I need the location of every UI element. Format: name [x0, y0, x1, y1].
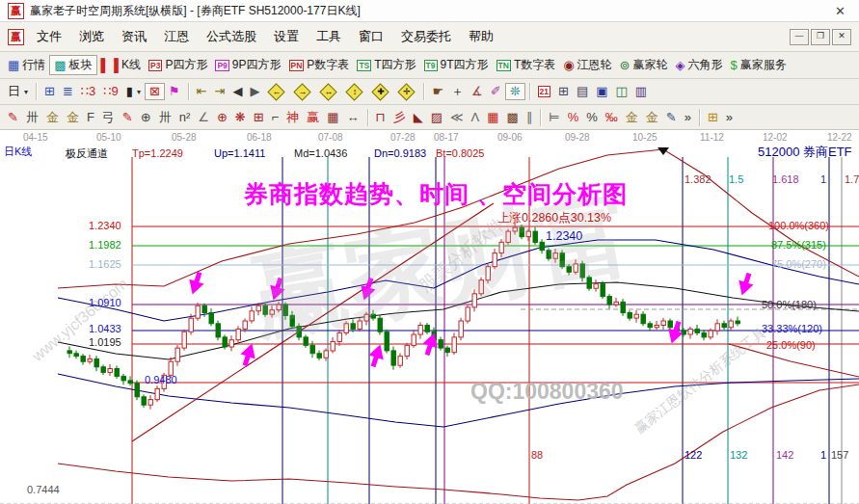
menu-item-交易委托[interactable]: 交易委托: [392, 25, 460, 48]
gann-wheel-button[interactable]: ◉江恩轮: [559, 56, 615, 74]
ying-tool[interactable]: 赢: [303, 110, 323, 125]
angle-tool-button[interactable]: ∡: [468, 84, 487, 99]
prev-bar-button[interactable]: ◀: [228, 84, 246, 99]
angle-slash-tool[interactable]: ∠: [194, 110, 213, 125]
expand-all-button[interactable]: ✛: [393, 83, 419, 101]
menu-item-浏览[interactable]: 浏览: [70, 25, 113, 48]
menu-item-文件[interactable]: 文件: [28, 25, 70, 48]
zoom-out-h-button[interactable]: ↔: [315, 83, 341, 101]
last-bar-button[interactable]: ⇥: [211, 84, 229, 99]
ink-pen-tool[interactable]: ✎: [662, 110, 681, 125]
color-grid-tool[interactable]: ⊞: [704, 110, 722, 125]
zoom-in-h-button[interactable]: ↕: [341, 83, 367, 101]
info-note-icon[interactable]: ≣: [59, 84, 77, 99]
menu-item-窗口[interactable]: 窗口: [350, 25, 392, 48]
restore-button[interactable]: ❐: [811, 29, 830, 45]
more-tools-chevron[interactable]: »: [681, 110, 695, 125]
f-lines-tool[interactable]: F: [83, 110, 98, 125]
brush-tool[interactable]: ✎: [4, 110, 22, 125]
first-bar-button[interactable]: ⇤: [193, 84, 211, 99]
calendar-button[interactable]: 21: [534, 85, 554, 98]
percent-level-icon: ‰: [605, 111, 618, 124]
menu-item-公式选股[interactable]: 公式选股: [198, 25, 265, 48]
t-number-button[interactable]: TNT数字表: [493, 56, 560, 74]
menu-item-设置[interactable]: 设置: [265, 25, 308, 48]
gann-lines-tool[interactable]: 卅: [22, 110, 42, 125]
wave-tool-button[interactable]: ❊: [505, 83, 525, 100]
market-quotes-button[interactable]: ▦行情: [4, 56, 49, 74]
gold-circle-tool[interactable]: 金: [622, 110, 642, 125]
frame-tool[interactable]: ⊓: [372, 110, 389, 125]
next-bar-button[interactable]: ▶: [246, 84, 263, 99]
calculator-button[interactable]: ⊞: [554, 84, 573, 99]
market-quotes-icon: ▦: [8, 59, 19, 72]
mini-chart9-icon[interactable]: ∷9: [99, 84, 122, 99]
more2-chevron[interactable]: »: [722, 110, 737, 125]
p-square-button[interactable]: P3P四方形: [145, 56, 211, 74]
draw-tool-button[interactable]: ✐: [487, 84, 505, 99]
shaded-square-tool[interactable]: ▨: [427, 110, 446, 125]
percent-level-tool[interactable]: ‰: [602, 110, 622, 125]
menu-item-工具[interactable]: 工具: [308, 25, 350, 48]
hand-tool-button[interactable]: ☛: [428, 84, 447, 99]
t9-square-button[interactable]: T99T四方形: [420, 56, 493, 74]
gann-fan-tool[interactable]: 彡: [389, 110, 410, 125]
n-square-tool[interactable]: n²: [175, 110, 195, 125]
t-square-button[interactable]: TST四方形: [353, 56, 419, 74]
menu-item-江恩[interactable]: 江恩: [155, 25, 198, 48]
pan-left-button[interactable]: ←: [263, 83, 289, 101]
gold-division-tool[interactable]: 金: [42, 110, 63, 125]
rising-angles-tool[interactable]: ≪: [446, 110, 468, 125]
crosshair-tool-button[interactable]: ＋: [447, 84, 468, 99]
candle-style-button[interactable]: ▮▾: [122, 84, 145, 99]
ratio-scale-tool[interactable]: ⊨: [545, 110, 563, 125]
number-grid-tool[interactable]: ▦: [323, 110, 342, 125]
chart-window-icon[interactable]: ⊞: [40, 84, 59, 99]
notepad-button[interactable]: ▤: [573, 84, 592, 99]
pan-right-button[interactable]: →: [289, 83, 315, 101]
coil-tool[interactable]: 弓: [98, 110, 119, 125]
child-window-icon[interactable]: 赢: [8, 29, 24, 45]
p9-square-button[interactable]: P99P四方形: [211, 56, 284, 74]
winner-wheel-button[interactable]: ⊚赢家轮: [616, 56, 672, 74]
close-icon[interactable]: ✕: [829, 4, 851, 18]
hash-lines-tool[interactable]: 卅: [155, 110, 175, 125]
circle-target-tool[interactable]: ⊕: [213, 110, 231, 125]
pattern-window-icon[interactable]: ⊠: [145, 83, 165, 100]
square-net-tool[interactable]: ⊞: [250, 110, 268, 125]
percent-tool[interactable]: %: [582, 110, 602, 125]
star-target-tool[interactable]: ❋: [231, 110, 250, 125]
brush2-tool[interactable]: ✎: [119, 110, 137, 125]
mini-chart3-icon[interactable]: ∷3: [77, 84, 100, 99]
menu-item-资讯[interactable]: 资讯: [113, 25, 155, 48]
minimize-button[interactable]: —: [790, 29, 809, 45]
p-number-button[interactable]: PNP数字表: [285, 56, 354, 74]
period-button[interactable]: 日▾: [4, 84, 32, 99]
dark-grid-tool[interactable]: ▩: [503, 110, 523, 125]
menu-item-帮助[interactable]: 帮助: [460, 25, 502, 48]
close-child-button[interactable]: ✕: [832, 29, 851, 45]
gold-division2-tool[interactable]: 金: [63, 110, 83, 125]
title-bar[interactable]: 赢 赢家老子时空周期系统[纵横版] - [券商ETF SH512000-177日…: [0, 0, 859, 22]
parallel-lines-tool[interactable]: ∥: [523, 110, 537, 125]
price-mark-tool[interactable]: ⌐: [268, 110, 283, 125]
angle-percent-tool[interactable]: %: [564, 110, 583, 125]
save-button[interactable]: ▣: [592, 84, 611, 99]
shen-tool[interactable]: 神: [282, 110, 303, 125]
hexagon-button[interactable]: ◈六角形: [671, 56, 726, 74]
workstation-button[interactable]: ▥: [631, 84, 651, 99]
kline-button[interactable]: ▌▐K线: [97, 56, 145, 74]
width-arrows-tool[interactable]: ↔: [343, 110, 363, 125]
zigzag-tool[interactable]: Λ: [468, 110, 484, 125]
corner-fan-tool[interactable]: ◣: [410, 110, 427, 125]
trend-flag-icon[interactable]: ⚑: [165, 84, 184, 99]
time-count-label: 88: [531, 449, 543, 461]
time-circle-tool[interactable]: ⊕: [137, 110, 155, 125]
winner-service-button[interactable]: $赢家服务: [726, 56, 790, 74]
period-label: 日K线: [4, 146, 32, 157]
network-button[interactable]: ◫: [612, 84, 631, 99]
gold-level-tool[interactable]: 金: [642, 110, 662, 125]
red-grid-tool[interactable]: ▦: [483, 110, 502, 125]
compress-all-button[interactable]: ✚: [367, 83, 393, 101]
sectors-button[interactable]: ▩板块: [49, 55, 96, 75]
